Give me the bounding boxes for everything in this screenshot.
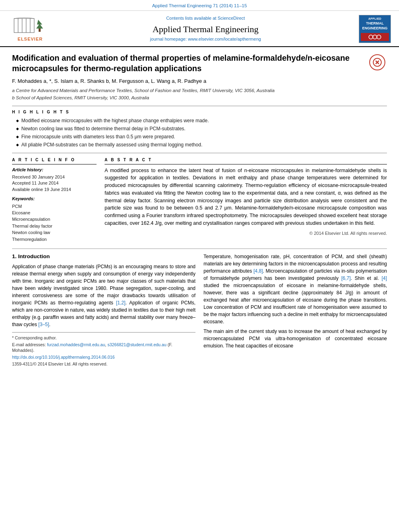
journal-reference-bar: Applied Thermal Engineering 71 (2014) 11… <box>0 0 399 11</box>
history-label: Article history: <box>12 167 97 173</box>
logo-main-text: THERMALENGINEERING <box>362 21 387 31</box>
body-right-col: Temperature, homogenisation rate, pH, co… <box>204 253 387 368</box>
homepage-url[interactable]: www.elsevier.com/locate/apthermeng <box>188 37 261 41</box>
keyword-eicosane: Eicosane <box>12 210 97 216</box>
affiliation-b: b School of Applied Sciences, RMIT Unive… <box>12 94 387 101</box>
sciencedirect-line: Contents lists available at ScienceDirec… <box>60 15 351 21</box>
elsevier-brand-text: ELSEVIER <box>18 36 43 42</box>
journal-header-center: Contents lists available at ScienceDirec… <box>52 15 359 43</box>
logo-top-text: APPLIED <box>368 17 381 21</box>
article-history-block: Article history: Received 30 January 201… <box>12 167 97 193</box>
contents-label: Contents lists available at <box>166 16 216 21</box>
article-title-text: Modification and evaluation of thermal p… <box>12 53 350 73</box>
keywords-label: Keywords: <box>12 196 97 202</box>
authors-line: F. Mohaddes a, *, S. Islam a, R. Shanks … <box>12 78 387 85</box>
affiliation-a: a Centre for Advanced Materials and Perf… <box>12 87 387 94</box>
intro-para-3: The main aim of the current study was to… <box>204 328 387 349</box>
highlight-item-2: Newton cooling law was fitted to determi… <box>16 125 387 132</box>
ref-1-2[interactable]: [1,2] <box>116 300 125 306</box>
svg-rect-6 <box>39 29 41 32</box>
svg-marker-5 <box>36 20 43 29</box>
issn-line: 1359-4311/© 2014 Elsevier Ltd. All right… <box>12 361 195 367</box>
body-left-col: 1. Introduction Application of phase cha… <box>12 253 195 368</box>
sciencedirect-link-text[interactable]: ScienceDirect <box>218 16 245 21</box>
svg-point-8 <box>373 35 377 39</box>
and-text: and <box>76 314 84 320</box>
article-title-block: Modification and evaluation of thermal p… <box>12 53 387 74</box>
highlight-item-1: Modified eicosane microcapsules with the… <box>16 117 387 124</box>
article-info-column: A R T I C L E I N F O Article history: R… <box>12 157 97 243</box>
homepage-label: journal homepage: <box>150 37 187 41</box>
ref-6-7[interactable]: [6,7] <box>341 275 350 281</box>
main-content: Modification and evaluation of thermal p… <box>0 47 399 372</box>
doi-link[interactable]: http://dx.doi.org/10.1016/j.applthermale… <box>12 355 115 359</box>
highlights-title: H I G H L I G H T S <box>12 109 387 115</box>
journal-header: ELSEVIER Contents lists available at Sci… <box>0 11 399 47</box>
journal-homepage-line: journal homepage: www.elsevier.com/locat… <box>60 36 351 42</box>
journal-title: Applied Thermal Engineering <box>60 23 351 36</box>
intro-section-header: 1. Introduction <box>12 253 195 261</box>
highlight-item-4: All pliable PCM-substrates can be therma… <box>16 142 387 148</box>
elsevier-logo: ELSEVIER <box>8 15 52 42</box>
crossmark-icon[interactable] <box>369 54 385 70</box>
copyright-line: © 2014 Elsevier Ltd. All rights reserved… <box>105 230 387 236</box>
highlights-list: Modified eicosane microcapsules with the… <box>12 117 387 148</box>
crossmark-badge[interactable] <box>368 53 387 72</box>
abstract-header: A B S T R A C T <box>105 157 387 164</box>
corresponding-note: * Corresponding author. <box>12 335 195 341</box>
body-section: 1. Introduction Application of phase cha… <box>12 253 387 368</box>
intro-para-1: Application of phase change materials (P… <box>12 263 195 328</box>
doi-line: http://dx.doi.org/10.1016/j.applthermale… <box>12 354 195 360</box>
received-date: Received 30 January 2014 <box>12 174 97 180</box>
keyword-microencapsulation: Microencapsulation <box>12 216 97 222</box>
elsevier-image <box>12 15 48 35</box>
keyword-thermo: Thermoregulation <box>12 236 97 242</box>
journal-logo-box: APPLIED THERMALENGINEERING <box>359 15 391 43</box>
ref-4-8[interactable]: [4,8] <box>253 268 263 274</box>
highlights-section: H I G H L I G H T S Modified eicosane mi… <box>12 106 387 153</box>
article-info-abstract-section: A R T I C L E I N F O Article history: R… <box>12 157 387 243</box>
intro-para-2: Temperature, homogenisation rate, pH, co… <box>204 253 387 325</box>
section-divider <box>12 249 387 249</box>
email-note: E-mail addresses: furzad.mohaddes@rmit.e… <box>12 342 195 353</box>
logo-red-strip <box>361 33 389 41</box>
keyword-thermal-delay: Thermal delay factor <box>12 223 97 229</box>
footnote-area: * Corresponding author. E-mail addresses… <box>12 332 195 367</box>
available-date: Available online 19 June 2014 <box>12 187 97 193</box>
svg-rect-0 <box>14 18 34 33</box>
email-link-1[interactable]: furzad.mohaddes@rmit.edu.au <box>47 342 105 347</box>
keywords-block: Keywords: PCM Eicosane Microencapsulatio… <box>12 196 97 242</box>
accepted-date: Accepted 11 June 2014 <box>12 180 97 186</box>
keyword-pcm: PCM <box>12 203 97 210</box>
article-info-header: A R T I C L E I N F O <box>12 157 97 164</box>
email-link-2[interactable]: s3266821@student.rmit.edu.au <box>107 342 167 347</box>
abstract-text: A modified process to enhance the latent… <box>105 167 387 227</box>
ref-3-5[interactable]: [3–5] <box>38 322 49 327</box>
keyword-newton: Newton cooling law <box>12 230 97 236</box>
highlight-item-3: Fine microcapsule units with diameters l… <box>16 134 387 140</box>
abstract-column: A B S T R A C T A modified process to en… <box>105 157 387 243</box>
ref-4[interactable]: [4] <box>382 275 387 281</box>
svg-point-7 <box>369 35 373 39</box>
journal-ref-text: Applied Thermal Engineering 71 (2014) 11… <box>152 3 247 8</box>
svg-point-9 <box>377 35 381 39</box>
